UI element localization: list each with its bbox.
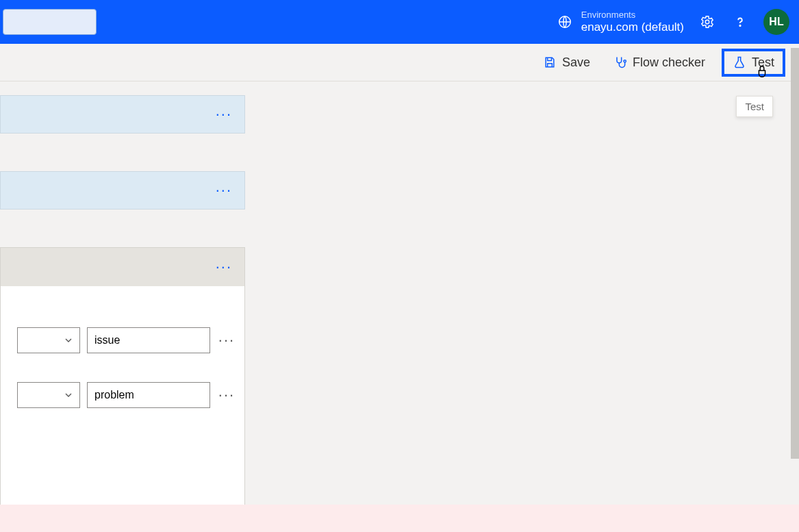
condition-row: issue ··· xyxy=(1,327,236,353)
test-button[interactable]: Test xyxy=(722,49,785,77)
flow-checker-button[interactable]: Flow checker xyxy=(607,51,712,74)
test-label: Test xyxy=(752,55,774,70)
environment-picker[interactable]: Environments enayu.com (default) xyxy=(555,10,684,34)
stethoscope-icon xyxy=(613,55,627,69)
environment-label: Environments xyxy=(581,10,684,21)
ellipsis-icon[interactable]: ··· xyxy=(216,181,232,199)
header-right: Environments enayu.com (default) HL xyxy=(555,0,789,44)
flow-step-card[interactable]: ··· xyxy=(0,95,245,134)
condition-value: problem xyxy=(94,389,134,401)
flow-step-card[interactable]: ··· xyxy=(0,171,245,210)
command-bar: Save Flow checker Test xyxy=(0,44,799,81)
flask-icon xyxy=(733,55,746,69)
ellipsis-icon[interactable]: ··· xyxy=(217,331,236,349)
settings-icon[interactable] xyxy=(698,12,717,31)
ellipsis-icon[interactable]: ··· xyxy=(216,105,232,123)
condition-value-input[interactable]: problem xyxy=(87,382,210,408)
scrollbar[interactable] xyxy=(791,48,799,459)
svg-point-3 xyxy=(624,60,626,62)
search-input[interactable] xyxy=(3,9,97,35)
condition-row: problem ··· xyxy=(1,382,236,408)
condition-header[interactable]: ··· xyxy=(1,248,244,286)
avatar-initials: HL xyxy=(769,16,783,28)
globe-icon xyxy=(555,12,574,31)
help-icon[interactable] xyxy=(731,12,750,31)
save-button[interactable]: Save xyxy=(536,51,597,74)
condition-value-input[interactable]: issue xyxy=(87,327,210,353)
environment-name: enayu.com (default) xyxy=(581,21,684,34)
save-icon xyxy=(543,55,557,69)
operator-dropdown[interactable] xyxy=(17,327,80,353)
chevron-down-icon xyxy=(63,335,74,346)
flow-checker-label: Flow checker xyxy=(633,55,705,70)
ellipsis-icon[interactable]: ··· xyxy=(216,258,232,276)
top-header: Environments enayu.com (default) HL xyxy=(0,0,799,44)
svg-point-2 xyxy=(739,25,740,26)
ellipsis-icon[interactable]: ··· xyxy=(217,386,236,404)
avatar[interactable]: HL xyxy=(763,9,789,35)
error-footer xyxy=(0,505,799,532)
condition-value: issue xyxy=(94,334,120,346)
flow-canvas: ··· ··· ··· issue ··· proble xyxy=(0,81,799,513)
save-label: Save xyxy=(562,55,590,70)
operator-dropdown[interactable] xyxy=(17,382,80,408)
condition-body: issue ··· problem ··· xyxy=(1,286,244,512)
condition-card: ··· issue ··· problem ··· xyxy=(0,247,245,513)
svg-point-1 xyxy=(705,20,709,24)
chevron-down-icon xyxy=(63,390,74,401)
